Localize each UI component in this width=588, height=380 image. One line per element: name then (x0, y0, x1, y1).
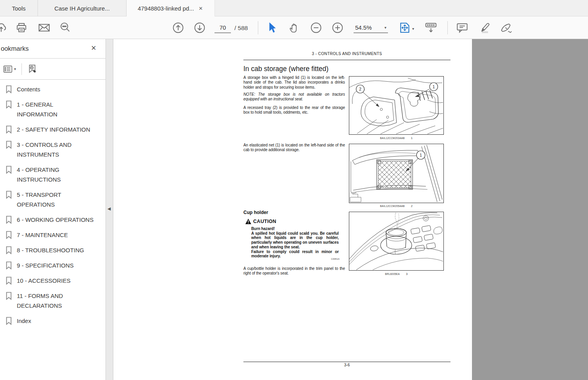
bookmark-item-general-information[interactable]: 1 - GENERAL INFORMATION (5, 100, 105, 119)
chevron-down-icon: ▾ (14, 67, 16, 71)
page-number-input[interactable] (214, 22, 231, 33)
main-toolbar: / 588 54.5% ▾ (0, 16, 588, 39)
highlight-icon[interactable] (478, 22, 491, 34)
caution-text: Burn hazard! A spilled hot liquid could … (251, 227, 339, 259)
bookmarks-panel: ookmarks × ▾ (0, 39, 106, 380)
pdf-page: 3 - CONTROLS AND INSTRUMENTS In cab stor… (113, 39, 472, 380)
previous-page-icon[interactable] (172, 22, 184, 34)
main-area: ookmarks × ▾ (0, 39, 588, 380)
paragraph-note: NOTE: The storage box is not available o… (243, 92, 345, 102)
paragraph-recessed-tray: A recessed tray (2) is provided to the r… (243, 105, 345, 115)
bookmark-item-safety-information[interactable]: 2 - SAFETY INFORMATION (5, 125, 105, 134)
bookmarks-close-icon[interactable]: × (91, 44, 96, 52)
caution-line-burn-hazard: Burn hazard! (251, 227, 339, 231)
fit-page-icon[interactable] (399, 21, 410, 34)
caution-reference-code: C0061A (243, 258, 340, 260)
figure-cup-holder (349, 212, 444, 271)
bookmark-item-specifications[interactable]: 9 - SPECIFICATIONS (5, 260, 105, 270)
bookmark-item-operating-instructions[interactable]: 4 - OPERATING INSTRUCTIONS (5, 165, 105, 184)
bookmark-item-troubleshooting[interactable]: 8 - TROUBLESHOOTING (5, 245, 105, 255)
toolbar-divider (258, 21, 258, 34)
bookmark-item-contents[interactable]: Contents (5, 84, 105, 94)
zoom-level-dropdown[interactable]: 54.5% ▾ (354, 22, 388, 33)
figure1-callout-1: 1 (433, 85, 435, 89)
bookmark-item-controls-and-instruments[interactable]: 3 - CONTROLS AND INSTRUMENTS (5, 140, 105, 159)
bookmark-item-accessories[interactable]: 10 - ACCESSORIES (5, 276, 105, 285)
cloud-save-icon[interactable] (0, 22, 7, 33)
caution-line-scald: A spilled hot liquid could scald you. Be… (251, 231, 339, 250)
page-running-header: 3 - CONTROLS AND INSTRUMENTS (243, 52, 450, 56)
bookmarks-header: ookmarks × (0, 39, 105, 59)
bookmarks-options-button[interactable]: ▾ (3, 65, 16, 73)
warning-triangle-icon (245, 219, 251, 224)
document-viewer[interactable]: 3 - CONTROLS AND INSTRUMENTS In cab stor… (113, 39, 588, 380)
chevron-down-icon: ▾ (384, 25, 386, 30)
figure-storage-box: 2 1 (349, 76, 444, 135)
acrobat-window: Tools Case IH Agriculture... 47948803-li… (0, 0, 588, 380)
bookmark-item-transport-operations[interactable]: 5 - TRANSPORT OPERATIONS (5, 190, 105, 209)
bookmarks-title: ookmarks (1, 45, 29, 52)
zoom-level-value: 54.5% (355, 24, 372, 31)
tab-document-case-ih[interactable]: Case IH Agriculture... (38, 0, 127, 16)
caution-line-failure: Failure to comply could result in minor … (251, 250, 339, 259)
caution-heading: CAUTION (245, 219, 276, 224)
caution-label: CAUTION (253, 219, 276, 224)
bookmark-item-working-operations[interactable]: 6 - WORKING OPERATIONS (5, 215, 105, 225)
footer-rule (243, 362, 450, 362)
hand-tool-icon[interactable] (288, 22, 300, 34)
figure1-caption: BAIL12CCM203AAB1 (349, 136, 444, 140)
select-tool-icon[interactable] (267, 22, 277, 34)
figure3-caption: BRL6005EA3 (349, 272, 444, 276)
goto-current-bookmark-button[interactable] (27, 64, 38, 74)
fit-page-chevron-icon[interactable]: ▾ (412, 27, 414, 31)
cup-holder-title: Cup holder (243, 210, 268, 215)
comment-icon[interactable] (456, 22, 468, 34)
figure2-caption: BAIL12CCM205AAB2 (349, 204, 444, 208)
tab-tools[interactable]: Tools (0, 0, 38, 16)
figure-elasticated-net: 1 (349, 144, 444, 203)
fill-sign-icon[interactable] (500, 22, 513, 34)
tab-tools-label: Tools (12, 5, 25, 12)
next-page-icon[interactable] (194, 22, 206, 34)
zoom-in-icon[interactable] (332, 22, 343, 34)
header-rule (243, 60, 450, 60)
tab-active-label: 47948803-linked pd... (138, 5, 194, 12)
tab-document-label: Case IH Agriculture... (54, 5, 110, 12)
page-footer-number: 3-6 (243, 363, 450, 367)
tab-close-icon[interactable]: × (198, 5, 204, 12)
tab-document-active[interactable]: 47948803-linked pd... × (127, 0, 215, 16)
section-title: In cab storage (where fitted) (243, 65, 329, 73)
zoom-out-icon[interactable] (310, 22, 322, 34)
paragraph-storage-box: A storage box with a hinged lid (1) is l… (243, 75, 345, 90)
bookmark-item-maintenance[interactable]: 7 - MAINTENANCE (5, 230, 105, 240)
paragraph-elasticated-net: An elasticated net (1) is located on the… (243, 143, 345, 153)
toolbar-divider (447, 21, 448, 34)
figure2-callout-1: 1 (420, 153, 422, 157)
figure1-callout-2: 2 (359, 87, 361, 91)
bookmark-item-forms-and-declarations[interactable]: 11 - FORMS AND DECLARATIONS (5, 291, 105, 310)
print-icon[interactable] (16, 22, 27, 33)
paragraph-cup-holder: A cup/bottle holder is incorporated in t… (243, 266, 345, 276)
collapse-panel-icon[interactable]: ◀ (107, 206, 111, 211)
email-icon[interactable] (38, 23, 50, 33)
bookmarks-list: Contents 1 - GENERAL INFORMATION 2 - SAF… (0, 80, 105, 326)
bookmarks-toolbar-divider (21, 63, 22, 75)
page-total-label: / 588 (234, 25, 248, 32)
search-icon[interactable] (59, 22, 71, 34)
tab-bar: Tools Case IH Agriculture... 47948803-li… (0, 0, 588, 16)
panel-gutter: ◀ (106, 39, 113, 380)
hide-toolbar-icon[interactable] (424, 22, 438, 34)
bookmark-item-index[interactable]: Index (5, 316, 105, 326)
bookmarks-toolbar: ▾ (0, 59, 105, 80)
